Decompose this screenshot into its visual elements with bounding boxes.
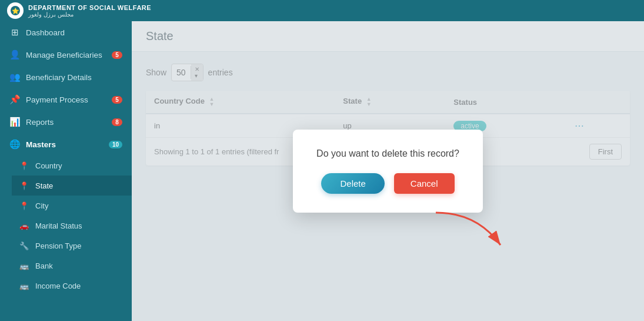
masters-icon: 🌐 <box>9 139 20 150</box>
sidebar: ⊞ Dashboard 👤 Manage Beneficiaries 5 👥 B… <box>0 21 132 321</box>
masters-label: Masters <box>26 140 103 149</box>
sidebar-item-reports[interactable]: 📊 Reports 8 <box>0 111 132 133</box>
payment-process-badge: 5 <box>112 96 122 104</box>
sidebar-item-pension-type[interactable]: 🔧 Pension Type <box>12 236 132 256</box>
sidebar-item-label: Manage Beneficiaries <box>26 51 106 59</box>
city-icon: 📍 <box>19 200 29 211</box>
sidebar-item-manage-beneficiaries[interactable]: 👤 Manage Beneficiaries 5 <box>0 44 132 66</box>
sidebar-section-masters[interactable]: 🌐 Masters 10 <box>0 133 132 155</box>
modal-overlay: Do you want to delete this record? Delet… <box>132 21 644 321</box>
sidebar-item-label: Country <box>35 161 122 170</box>
sidebar-item-label: City <box>35 201 122 210</box>
delete-dialog: Do you want to delete this record? Delet… <box>293 130 483 213</box>
manage-beneficiaries-icon: 👤 <box>9 49 20 60</box>
sidebar-item-beneficiary-details[interactable]: 👥 Beneficiary Details <box>0 66 132 88</box>
sidebar-item-city[interactable]: 📍 City <box>12 196 132 216</box>
income-code-icon: 🚌 <box>19 280 29 291</box>
reports-icon: 📊 <box>9 117 20 127</box>
dialog-buttons: Delete Cancel <box>321 173 454 194</box>
app-header: ⭐ DEPARTMENT OF SOCIAL WELFARE مجلس برزل… <box>0 0 644 21</box>
delete-button[interactable]: Delete <box>321 173 384 194</box>
sidebar-item-label: Bank <box>35 262 122 270</box>
sidebar-item-income-code[interactable]: 🚌 Income Code <box>12 276 132 296</box>
reports-badge: 8 <box>112 118 122 126</box>
state-icon: 📍 <box>19 180 29 191</box>
cancel-arrow <box>430 207 506 254</box>
org-logo: ⭐ <box>7 2 24 19</box>
sidebar-item-label: State <box>35 181 122 190</box>
dashboard-icon: ⊞ <box>9 27 20 38</box>
main-content: State Show 50 ✕▾ entries Country C <box>132 21 644 321</box>
bank-icon: 🚌 <box>19 260 29 271</box>
sidebar-item-label: Dashboard <box>26 28 122 37</box>
manage-beneficiaries-badge: 5 <box>112 51 122 59</box>
pension-type-icon: 🔧 <box>19 240 29 251</box>
dialog-message: Do you want to delete this record? <box>316 148 459 159</box>
sidebar-item-bank[interactable]: 🚌 Bank <box>12 256 132 276</box>
payment-process-icon: 📌 <box>9 94 20 105</box>
sidebar-item-country[interactable]: 📍 Country <box>12 155 132 176</box>
sidebar-item-label: Marital Status <box>35 221 122 230</box>
beneficiary-details-icon: 👥 <box>9 72 20 82</box>
sidebar-item-dashboard[interactable]: ⊞ Dashboard <box>0 21 132 44</box>
sidebar-item-label: Reports <box>26 118 106 127</box>
sidebar-item-marital-status[interactable]: 🚗 Marital Status <box>12 216 132 236</box>
masters-submenu: 📍 Country 📍 State 📍 City 🚗 Marital Statu… <box>0 155 132 296</box>
sidebar-item-label: Pension Type <box>35 241 122 250</box>
sidebar-item-payment-process[interactable]: 📌 Payment Process 5 <box>0 88 132 111</box>
svg-text:⭐: ⭐ <box>12 7 19 15</box>
marital-status-icon: 🚗 <box>19 220 29 231</box>
sidebar-item-label: Payment Process <box>26 95 106 104</box>
org-name: DEPARTMENT OF SOCIAL WELFARE مجلس برزل و… <box>28 4 151 18</box>
cancel-button[interactable]: Cancel <box>394 173 455 194</box>
sidebar-item-label: Beneficiary Details <box>26 73 122 82</box>
country-icon: 📍 <box>19 160 29 171</box>
masters-badge: 10 <box>109 141 122 148</box>
sidebar-item-label: Income Code <box>35 282 122 290</box>
sidebar-item-state[interactable]: 📍 State <box>12 176 132 196</box>
